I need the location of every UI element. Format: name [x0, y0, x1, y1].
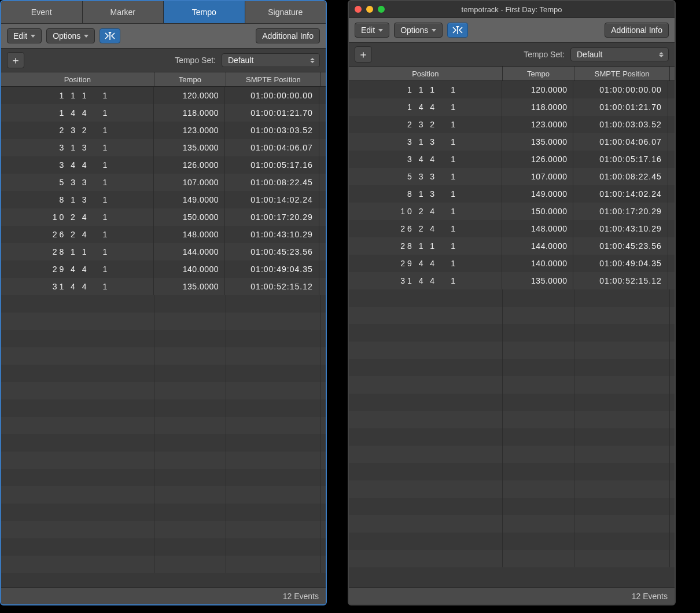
- cell-position[interactable]: 1 1 11: [1, 87, 154, 104]
- tab-tempo[interactable]: Tempo: [164, 1, 245, 23]
- cell-smpte[interactable]: 01:00:43:10.29: [225, 226, 319, 243]
- cell-tempo[interactable]: 140.0000: [154, 260, 225, 278]
- cell-smpte[interactable]: 01:00:01:21.70: [573, 98, 668, 116]
- cell-smpte[interactable]: 01:00:43:10.29: [573, 220, 668, 237]
- col-header-position[interactable]: Position: [349, 67, 503, 80]
- cell-position[interactable]: 8 1 31: [1, 191, 154, 208]
- cell-position[interactable]: 5 3 31: [349, 168, 502, 185]
- table-row[interactable]: 8 1 31149.000001:00:14:02.24: [1, 191, 326, 208]
- table-row[interactable]: 1 1 11120.000001:00:00:00.00: [349, 81, 675, 98]
- cell-tempo[interactable]: 148.0000: [502, 220, 574, 237]
- table-row[interactable]: 26 2 41148.000001:00:43:10.29: [349, 220, 675, 237]
- table-row[interactable]: 1 1 11120.000001:00:00:00.00: [1, 87, 326, 104]
- cell-smpte[interactable]: 01:00:04:06.07: [573, 133, 668, 151]
- cell-smpte[interactable]: 01:00:05:17.16: [573, 151, 668, 168]
- cell-position[interactable]: 2 3 21: [1, 122, 154, 139]
- table-row[interactable]: 2 3 21123.000001:00:03:03.52: [349, 116, 675, 133]
- tab-signature[interactable]: Signature: [245, 1, 326, 23]
- col-header-smpte[interactable]: SMPTE Position: [574, 67, 669, 80]
- cell-smpte[interactable]: 01:00:45:23.56: [573, 237, 668, 255]
- maximize-button[interactable]: [378, 6, 385, 13]
- table-row[interactable]: 10 2 41150.000001:00:17:20.29: [1, 208, 326, 226]
- cell-tempo[interactable]: 126.0000: [502, 151, 574, 168]
- table-row[interactable]: 28 1 11144.000001:00:45:23.56: [1, 243, 326, 260]
- cell-tempo[interactable]: 144.0000: [502, 237, 574, 255]
- table-row[interactable]: 10 2 41150.000001:00:17:20.29: [349, 203, 675, 220]
- cell-smpte[interactable]: 01:00:00:00.00: [573, 81, 668, 98]
- col-header-tempo[interactable]: Tempo: [503, 67, 575, 80]
- cell-smpte[interactable]: 01:00:03:03.52: [573, 116, 668, 133]
- cell-smpte[interactable]: 01:00:01:21.70: [225, 104, 319, 122]
- table-row[interactable]: 3 1 31135.000001:00:04:06.07: [349, 133, 675, 151]
- cell-position[interactable]: 5 3 31: [1, 174, 154, 191]
- cell-position[interactable]: 2 3 21: [349, 116, 502, 133]
- table-row[interactable]: 5 3 31107.000001:00:08:22.45: [349, 168, 675, 185]
- cell-smpte[interactable]: 01:00:17:20.29: [573, 203, 668, 220]
- cell-position[interactable]: 1 1 11: [349, 81, 502, 98]
- cell-position[interactable]: 3 4 41: [1, 156, 154, 174]
- cell-tempo[interactable]: 120.0000: [154, 87, 225, 104]
- close-button[interactable]: [355, 6, 362, 13]
- window-titlebar[interactable]: tempotrack - First Day: Tempo: [349, 1, 675, 17]
- cell-smpte[interactable]: 01:00:17:20.29: [225, 208, 319, 226]
- cell-tempo[interactable]: 135.0000: [502, 133, 574, 151]
- cell-smpte[interactable]: 01:00:03:03.52: [225, 122, 319, 139]
- cell-position[interactable]: 10 2 41: [1, 208, 154, 226]
- cell-tempo[interactable]: 149.0000: [502, 185, 574, 203]
- table-row[interactable]: 26 2 41148.000001:00:43:10.29: [1, 226, 326, 243]
- table-row[interactable]: 31 4 41135.000001:00:52:15.12: [1, 278, 326, 295]
- cell-smpte[interactable]: 01:00:08:22.45: [225, 174, 319, 191]
- cell-smpte[interactable]: 01:00:05:17.16: [225, 156, 319, 174]
- table-row[interactable]: 1 4 41118.000001:00:01:21.70: [1, 104, 326, 122]
- col-header-tempo[interactable]: Tempo: [154, 72, 226, 86]
- cell-position[interactable]: 31 4 41: [1, 278, 154, 295]
- tempo-table-body-left[interactable]: 1 1 11120.000001:00:00:00.001 4 41118.00…: [1, 87, 326, 588]
- cell-tempo[interactable]: 126.0000: [154, 156, 225, 174]
- table-row[interactable]: 5 3 31107.000001:00:08:22.45: [1, 174, 326, 191]
- cell-tempo[interactable]: 135.0000: [154, 139, 225, 156]
- cell-position[interactable]: 3 1 31: [1, 139, 154, 156]
- cell-smpte[interactable]: 01:00:49:04.35: [573, 255, 668, 272]
- minimize-button[interactable]: [366, 6, 373, 13]
- options-menu[interactable]: Options: [394, 23, 443, 38]
- cell-position[interactable]: 28 1 11: [1, 243, 154, 260]
- cell-position[interactable]: 28 1 11: [349, 237, 502, 255]
- cell-tempo[interactable]: 107.0000: [502, 168, 574, 185]
- cell-tempo[interactable]: 135.0000: [154, 278, 225, 295]
- cell-smpte[interactable]: 01:00:08:22.45: [573, 168, 668, 185]
- cell-tempo[interactable]: 107.0000: [154, 174, 225, 191]
- cell-smpte[interactable]: 01:00:49:04.35: [225, 260, 319, 278]
- add-tempo-button[interactable]: ＋: [355, 46, 372, 63]
- cell-smpte[interactable]: 01:00:52:15.12: [573, 272, 668, 289]
- cell-tempo[interactable]: 150.0000: [154, 208, 225, 226]
- cell-smpte[interactable]: 01:00:14:02.24: [573, 185, 668, 203]
- table-row[interactable]: 1 4 41118.000001:00:01:21.70: [349, 98, 675, 116]
- tab-event[interactable]: Event: [1, 1, 83, 23]
- cell-tempo[interactable]: 123.0000: [154, 122, 225, 139]
- catch-playhead-button[interactable]: [100, 28, 120, 43]
- cell-tempo[interactable]: 144.0000: [154, 243, 225, 260]
- table-row[interactable]: 3 4 41126.000001:00:05:17.16: [349, 151, 675, 168]
- cell-position[interactable]: 26 2 41: [1, 226, 154, 243]
- cell-position[interactable]: 3 1 31: [349, 133, 502, 151]
- cell-tempo[interactable]: 140.0000: [502, 255, 574, 272]
- cell-position[interactable]: 10 2 41: [349, 203, 502, 220]
- cell-tempo[interactable]: 135.0000: [502, 272, 574, 289]
- cell-position[interactable]: 31 4 41: [349, 272, 502, 289]
- cell-position[interactable]: 26 2 41: [349, 220, 502, 237]
- cell-position[interactable]: 1 4 41: [1, 104, 154, 122]
- col-header-position[interactable]: Position: [1, 72, 154, 86]
- cell-position[interactable]: 29 4 41: [1, 260, 154, 278]
- catch-playhead-button[interactable]: [447, 23, 468, 38]
- cell-position[interactable]: 8 1 31: [349, 185, 502, 203]
- cell-tempo[interactable]: 118.0000: [154, 104, 225, 122]
- cell-tempo[interactable]: 148.0000: [154, 226, 225, 243]
- cell-tempo[interactable]: 123.0000: [502, 116, 574, 133]
- table-row[interactable]: 2 3 21123.000001:00:03:03.52: [1, 122, 326, 139]
- options-menu[interactable]: Options: [46, 28, 95, 43]
- cell-tempo[interactable]: 120.0000: [502, 81, 574, 98]
- cell-position[interactable]: 29 4 41: [349, 255, 502, 272]
- table-row[interactable]: 3 4 41126.000001:00:05:17.16: [1, 156, 326, 174]
- table-row[interactable]: 29 4 41140.000001:00:49:04.35: [1, 260, 326, 278]
- cell-position[interactable]: 1 4 41: [349, 98, 502, 116]
